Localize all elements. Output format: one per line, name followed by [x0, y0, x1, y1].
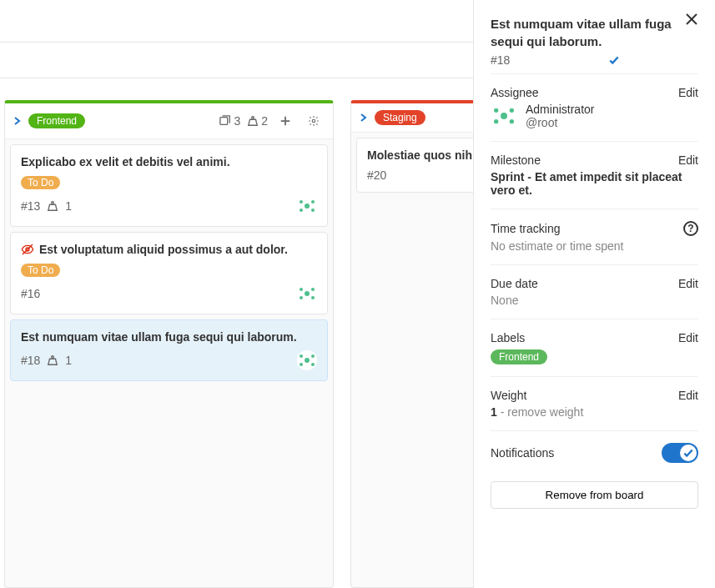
milestone-section: Milestone Edit Sprint - Et amet impedit …: [491, 141, 698, 209]
weight-section: Weight Edit 1 - remove weight: [491, 376, 698, 430]
svg-point-10: [300, 209, 303, 212]
add-card-button[interactable]: [274, 110, 296, 132]
due-date-section: Due date Edit None: [491, 264, 698, 319]
plus-icon: [279, 114, 291, 128]
card-title-text: Est voluptatum aliquid possimus a aut do…: [39, 243, 288, 256]
help-icon[interactable]: ?: [683, 221, 698, 236]
avatar: [297, 196, 317, 216]
svg-point-9: [311, 200, 315, 204]
weight-icon: [247, 115, 259, 127]
check-icon: [682, 447, 694, 459]
avatar: [297, 284, 317, 304]
svg-point-25: [300, 363, 303, 366]
assignee-edit-link[interactable]: Edit: [678, 86, 698, 99]
card-title: Explicabo ex velit et debitis vel animi.: [21, 155, 317, 168]
issue-title: Est numquam vitae ullam fuga sequi qui l…: [491, 15, 698, 50]
card-id: #18: [21, 354, 40, 367]
card-id: #20: [367, 168, 386, 182]
board-list-frontend: Frontend 3 2: [4, 100, 334, 588]
svg-point-31: [494, 108, 498, 113]
svg-point-33: [494, 119, 498, 123]
labels-edit-link[interactable]: Edit: [678, 331, 698, 344]
avatar: [297, 350, 317, 370]
milestone-name: Sprint - Et amet impedit sit placeat ver…: [491, 170, 698, 197]
weight-value: 1: [491, 405, 497, 419]
weight-icon: [47, 200, 58, 212]
milestone-label: Milestone: [491, 153, 541, 167]
assignee-label: Assignee: [491, 86, 539, 99]
svg-point-4: [312, 119, 315, 123]
weight-count: 2: [247, 114, 268, 128]
due-date-value: None: [491, 294, 698, 307]
board-card[interactable]: Est voluptatum aliquid possimus a aut do…: [10, 232, 328, 314]
svg-rect-0: [220, 118, 228, 125]
list-label: Staging: [375, 110, 425, 125]
svg-point-17: [311, 288, 315, 291]
svg-point-8: [300, 200, 303, 204]
label-chip-frontend: Frontend: [491, 349, 547, 364]
card-label-todo: To Do: [21, 264, 60, 277]
svg-point-11: [311, 209, 315, 212]
list-label: Frontend: [28, 113, 85, 128]
due-date-edit-link[interactable]: Edit: [678, 277, 698, 290]
weight-edit-link[interactable]: Edit: [678, 389, 698, 402]
close-icon: [685, 13, 698, 26]
weight-label: Weight: [491, 389, 526, 402]
notifications-section: Notifications: [491, 430, 698, 478]
list-settings-button[interactable]: [303, 110, 325, 132]
notifications-label: Notifications: [491, 446, 554, 460]
svg-point-32: [510, 108, 514, 113]
card-weight: 1: [65, 199, 72, 213]
svg-point-26: [311, 363, 315, 366]
svg-point-34: [510, 119, 514, 123]
card-count: 3: [219, 114, 240, 128]
due-date-label: Due date: [491, 277, 538, 290]
card-id: #13: [21, 199, 40, 213]
check-icon: [608, 54, 620, 66]
svg-point-19: [311, 296, 315, 299]
remove-from-board-button[interactable]: Remove from board: [491, 481, 698, 509]
cards-icon: [219, 115, 231, 127]
confidential-icon: [21, 243, 34, 256]
board-card[interactable]: Explicabo ex velit et debitis vel animi.…: [10, 144, 328, 227]
issue-details-sidebar: Est numquam vitae ullam fuga sequi qui l…: [473, 0, 715, 588]
time-tracking-label: Time tracking: [491, 222, 561, 235]
assignee-username: @root: [526, 116, 594, 129]
board-card[interactable]: Est numquam vitae ullam fuga sequi qui l…: [10, 319, 328, 381]
chevron-right-icon[interactable]: [13, 117, 22, 125]
svg-point-5: [52, 202, 54, 204]
chevron-right-icon[interactable]: [360, 113, 368, 122]
svg-point-18: [300, 296, 303, 299]
card-title: Est numquam vitae ullam fuga sequi qui l…: [21, 330, 317, 344]
notifications-toggle[interactable]: [662, 443, 698, 463]
svg-point-23: [300, 354, 303, 358]
gear-icon: [308, 114, 320, 128]
list-header: Frontend 3 2: [5, 103, 333, 139]
assignee-section: Assignee Edit Administrator @root: [491, 73, 698, 141]
card-label-todo: To Do: [21, 176, 60, 189]
svg-point-15: [305, 291, 310, 296]
issue-id: #18: [491, 53, 698, 67]
svg-point-7: [305, 204, 310, 209]
time-tracking-section: Time tracking ? No estimate or time spen…: [491, 209, 698, 264]
svg-point-16: [300, 288, 303, 291]
labels-label: Labels: [491, 331, 525, 344]
svg-point-1: [252, 117, 254, 119]
card-id: #16: [21, 287, 40, 300]
weight-icon: [47, 354, 58, 366]
svg-point-24: [311, 354, 315, 358]
remove-weight-link[interactable]: - remove weight: [497, 405, 583, 419]
card-weight: 1: [65, 354, 72, 367]
assignee-name: Administrator: [526, 103, 594, 116]
milestone-edit-link[interactable]: Edit: [678, 153, 698, 167]
labels-section: Labels Edit Frontend: [491, 319, 698, 376]
avatar: [491, 103, 517, 129]
close-button[interactable]: [680, 12, 703, 27]
svg-point-30: [501, 113, 507, 119]
svg-point-22: [305, 358, 310, 363]
time-tracking-value: No estimate or time spent: [491, 239, 698, 253]
svg-point-20: [52, 356, 54, 359]
